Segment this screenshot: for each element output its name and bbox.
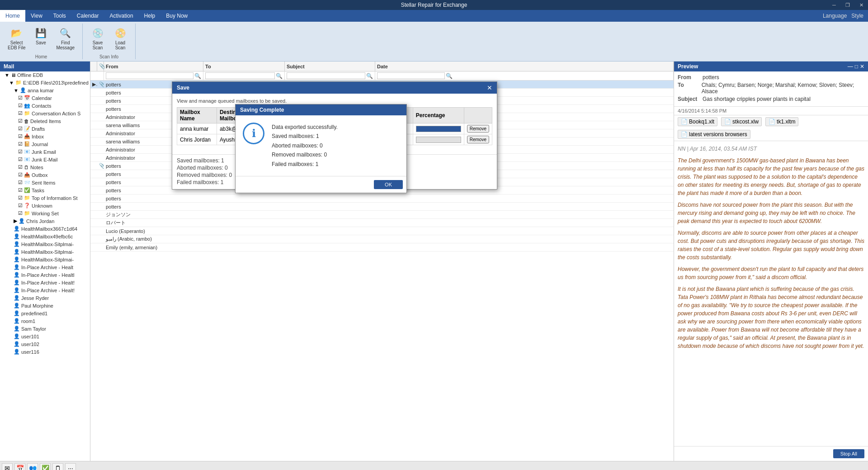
sidebar-item-inplace1[interactable]: 👤 In-Place Archive - Healt bbox=[0, 263, 90, 271]
search-date-input[interactable] bbox=[377, 72, 445, 79]
sidebar-item-user101[interactable]: 👤 user101 bbox=[0, 332, 90, 340]
language-link[interactable]: Language bbox=[823, 13, 847, 19]
sidebar-item-health1[interactable]: 👤 HealthMailbox3667c1d64 bbox=[0, 225, 90, 233]
header-subject[interactable]: Subject bbox=[285, 62, 375, 71]
table-row[interactable]: رامبو (Arabic, rambo) bbox=[90, 235, 674, 243]
inplace1-label: In-Place Archive - Healt bbox=[21, 265, 73, 270]
load-scan-button[interactable]: 📀 LoadScan bbox=[109, 24, 132, 52]
search-from-input[interactable] bbox=[106, 72, 193, 79]
sidebar-item-health5[interactable]: 👤 HealthMailbox-Sitplmai- bbox=[0, 256, 90, 263]
sidebar-item-inplace4[interactable]: 👤 In-Place Archive - Healt! bbox=[0, 286, 90, 294]
save-scan-button[interactable]: 💿 SaveScan bbox=[86, 24, 109, 52]
table-row[interactable]: ジョンソン bbox=[90, 211, 674, 219]
chris-jordan-label: Chris Jordan bbox=[26, 218, 54, 224]
table-row[interactable]: potters bbox=[90, 195, 674, 203]
attachment-tk1[interactable]: 📄 tk1.xltm bbox=[765, 117, 798, 126]
sidebar-item-notes[interactable]: ☑ 🗒 Notes bbox=[0, 163, 90, 171]
sidebar-item-health2[interactable]: 👤 HealthMailbox49efbc6c bbox=[0, 233, 90, 240]
sidebar-item-unknown[interactable]: ☑ ❓ Unknown bbox=[0, 202, 90, 209]
search-date-icon[interactable]: 🔍 bbox=[446, 73, 453, 79]
sidebar-item-inplace2[interactable]: 👤 In-Place Archive - Healtl bbox=[0, 271, 90, 279]
find-message-button[interactable]: 🔍 FindMessage bbox=[52, 24, 79, 52]
preview-close-button[interactable]: ✕ bbox=[860, 63, 864, 70]
preview-minimize-button[interactable]: — bbox=[848, 63, 853, 70]
sidebar-item-junk-email2[interactable]: ☑ 📧 Junk E-Mail bbox=[0, 156, 90, 163]
minimize-button[interactable]: ─ bbox=[827, 0, 841, 10]
sidebar-item-junk-email[interactable]: ☑ 📧 Junk Email bbox=[0, 148, 90, 156]
sidebar-item-edb-path[interactable]: ▼ 📁 E:\EDB Files\2013\predefined bbox=[0, 79, 90, 86]
nav-calendar-button[interactable]: 📅 bbox=[14, 463, 25, 470]
nav-contacts-button[interactable]: 👥 bbox=[27, 463, 38, 470]
nav-mail-button[interactable]: ✉ bbox=[2, 463, 13, 470]
menu-item-buy-now[interactable]: Buy Now bbox=[160, 10, 193, 22]
menu-item-view[interactable]: View bbox=[25, 10, 48, 22]
save-button[interactable]: 💾 Save bbox=[29, 24, 52, 47]
remove-chris-button[interactable]: Remove bbox=[467, 136, 489, 143]
sidebar-item-user102[interactable]: 👤 user102 bbox=[0, 340, 90, 348]
sidebar-item-jesse-ryder[interactable]: 👤 Jesse Ryder bbox=[0, 294, 90, 302]
sidebar-item-sent-items[interactable]: ☑ 📨 Sent Items bbox=[0, 179, 90, 186]
search-to-input[interactable] bbox=[205, 72, 275, 79]
menu-item-calendar[interactable]: Calendar bbox=[71, 10, 104, 22]
sidebar-item-chris-jordan[interactable]: ▶ 👤 Chris Jordan bbox=[0, 217, 90, 225]
sidebar-item-sam-taylor[interactable]: 👤 Sam Taylor bbox=[0, 325, 90, 332]
attachment-latest-versions[interactable]: 📄 latest versions browsers bbox=[678, 130, 750, 139]
menu-item-home[interactable]: Home bbox=[0, 10, 25, 22]
search-subject-icon[interactable]: 🔍 bbox=[366, 73, 373, 79]
header-from[interactable]: From bbox=[104, 62, 203, 71]
preview-to-value: Chals; Cymru; Barsen; Norge; Marshal; Ke… bbox=[702, 82, 864, 95]
sidebar-item-anna-kumar[interactable]: ▼ 👤 anna kumar bbox=[0, 86, 90, 94]
sidebar-item-offline-edb[interactable]: ▼ 🖥 Offline EDB bbox=[0, 71, 90, 79]
sidebar-item-contacts[interactable]: ☑ 👥 Contacts bbox=[0, 102, 90, 109]
sidebar-item-drafts[interactable]: ☑ 📝 Drafts bbox=[0, 125, 90, 133]
nav-tasks-button[interactable]: ✅ bbox=[40, 463, 51, 470]
sidebar-item-tasks[interactable]: ☑ ✅ Tasks bbox=[0, 186, 90, 194]
inbox-check-icon: ☑ bbox=[18, 133, 23, 139]
sent-items-label: Sent Items bbox=[32, 180, 56, 185]
row-from: Lucio (Esperanto) bbox=[104, 228, 203, 234]
table-row[interactable]: potters bbox=[90, 203, 674, 211]
preview-restore-button[interactable]: □ bbox=[855, 63, 858, 70]
table-row[interactable]: Emily (emily, armenian) bbox=[90, 243, 674, 252]
sidebar-item-inplace3[interactable]: 👤 In-Place Archive - Healt! bbox=[0, 279, 90, 286]
sidebar-item-health3[interactable]: 👤 HealthMailbox-Sitplmai- bbox=[0, 240, 90, 248]
style-link[interactable]: Style bbox=[851, 13, 863, 19]
attachment-bookq1[interactable]: 📄 Bookq1.xlt bbox=[678, 117, 717, 126]
sidebar-item-deleted-items[interactable]: ☑ 🗑 Deleted Items bbox=[0, 117, 90, 125]
table-row[interactable]: ロバート bbox=[90, 219, 674, 227]
junk-email2-check-icon: ☑ bbox=[18, 157, 23, 162]
header-to[interactable]: To bbox=[203, 62, 285, 71]
sidebar-item-inbox[interactable]: ☑ 📥 Inbox bbox=[0, 133, 90, 140]
sidebar-item-journal[interactable]: ☑ 📔 Journal bbox=[0, 140, 90, 148]
sidebar-item-calendar[interactable]: ☑ 📅 Calendar bbox=[0, 94, 90, 102]
nav-notes-button[interactable]: 🗒 bbox=[52, 463, 63, 470]
row-select-icon: ▶ bbox=[90, 81, 97, 88]
nav-more-button[interactable]: ··· bbox=[65, 463, 76, 470]
search-to-icon[interactable]: 🔍 bbox=[276, 73, 283, 79]
search-from-icon[interactable]: 🔍 bbox=[194, 73, 201, 79]
stop-all-button[interactable]: Stop All bbox=[833, 449, 864, 458]
sidebar-item-predefined1[interactable]: 👤 predefined1 bbox=[0, 309, 90, 317]
sidebar-item-conversation[interactable]: ☑ 📁 Conversation Action S bbox=[0, 109, 90, 117]
sidebar-item-paul-morphine[interactable]: 👤 Paul Morphine bbox=[0, 302, 90, 309]
select-edb-button[interactable]: 📂 SelectEDB File bbox=[4, 24, 29, 52]
table-row[interactable]: Lucio (Esperanto) bbox=[90, 227, 674, 235]
header-icons bbox=[90, 62, 97, 71]
attachment-stkcost[interactable]: 📄 stkcost.xlw bbox=[721, 117, 762, 126]
sidebar-item-outbox[interactable]: ☑ 📤 Outbox bbox=[0, 171, 90, 179]
remove-anna-button[interactable]: Remove bbox=[467, 125, 489, 133]
menu-item-help[interactable]: Help bbox=[139, 10, 161, 22]
restore-button[interactable]: ❐ bbox=[841, 0, 854, 10]
close-button[interactable]: ✕ bbox=[854, 0, 868, 10]
header-date[interactable]: Date bbox=[375, 62, 674, 71]
menu-item-tools[interactable]: Tools bbox=[48, 10, 71, 22]
search-subject-input[interactable] bbox=[287, 72, 365, 79]
ok-button[interactable]: OK bbox=[374, 180, 403, 189]
menu-item-activation[interactable]: Activation bbox=[104, 10, 139, 22]
sidebar-item-user116[interactable]: 👤 user116 bbox=[0, 348, 90, 356]
save-dialog-close-button[interactable]: ✕ bbox=[487, 84, 492, 91]
sidebar-item-room1[interactable]: 👤 room1 bbox=[0, 317, 90, 325]
sidebar-item-top-info[interactable]: ☑ 📁 Top of Information St bbox=[0, 194, 90, 202]
sidebar-item-health4[interactable]: 👤 HealthMailbox-Sitplmai- bbox=[0, 248, 90, 256]
sidebar-item-working-set[interactable]: ☑ 📁 Working Set bbox=[0, 209, 90, 217]
